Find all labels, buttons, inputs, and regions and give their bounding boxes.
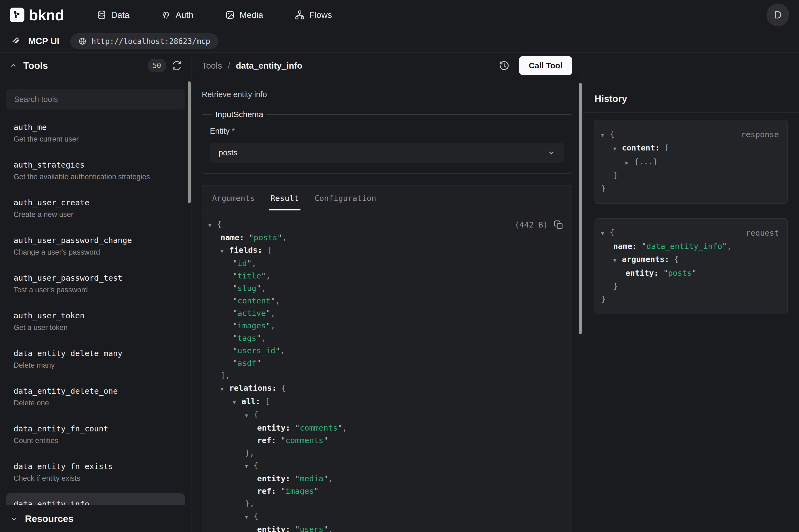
json-line: ▼relations: { [202, 382, 564, 395]
tool-description: Get the current user [14, 135, 177, 144]
nav-label: Auth [175, 10, 193, 20]
entity-select-value: posts [218, 148, 237, 157]
breadcrumb-separator: / [228, 61, 230, 71]
tool-list-item[interactable]: auth_user_password_testTest a user's pas… [6, 267, 185, 301]
mcp-url: http://localhost:28623/mcp [91, 37, 210, 46]
json-line: "images", [202, 319, 564, 332]
json-line: ▼arguments: { [595, 253, 779, 267]
tool-name: data_entity_delete_one [14, 386, 177, 396]
collapse-icon[interactable]: ▼ [233, 396, 241, 408]
search-input[interactable] [6, 89, 185, 110]
json-line: entity: "users", [202, 523, 564, 532]
tool-name: auth_user_create [14, 198, 177, 207]
nav-label: Media [240, 10, 263, 20]
primary-nav: Data Auth Media [97, 10, 332, 20]
json-line: ▼all: [ [202, 395, 564, 408]
nav-item-auth[interactable]: Auth [161, 10, 193, 20]
tool-description: Delete one [14, 399, 177, 407]
tool-description: Retrieve entity info [202, 90, 572, 99]
entity-select[interactable]: posts [210, 142, 564, 163]
history-icon[interactable] [498, 60, 510, 71]
tool-name: data_entity_fn_exists [14, 462, 177, 471]
collapse-icon[interactable]: ▼ [245, 511, 253, 523]
breadcrumb-section[interactable]: Tools [202, 61, 222, 71]
tool-name: auth_strategies [14, 160, 177, 169]
workflow-icon [295, 10, 304, 20]
nav-label: Data [111, 10, 130, 20]
history-entry-response[interactable]: response▼{▼content: [▶{...}]} [594, 120, 787, 204]
history-entry-tag: request [746, 226, 779, 240]
nav-item-media[interactable]: Media [225, 10, 263, 20]
tab-result[interactable]: Result [269, 186, 301, 210]
nav-item-data[interactable]: Data [97, 10, 130, 20]
json-line: ▼{ [202, 459, 564, 472]
call-tool-button[interactable]: Call Tool [519, 56, 572, 75]
json-line: ▼fields: [ [202, 244, 564, 257]
collapse-icon[interactable]: ▼ [245, 409, 253, 422]
tab-configuration[interactable]: Configuration [313, 186, 378, 210]
tool-list-item[interactable]: auth_user_password_changeChange a user's… [6, 229, 185, 263]
json-line: "slug", [202, 282, 564, 294]
bknd-logo-icon[interactable] [10, 7, 24, 22]
tool-list-item[interactable]: data_entity_fn_existsCheck if entity exi… [6, 455, 185, 489]
collapse-icon[interactable]: ▼ [613, 253, 622, 267]
collapse-icon[interactable]: ▼ [221, 383, 229, 395]
required-mark: * [232, 127, 235, 135]
tool-name: auth_user_token [14, 311, 177, 320]
tool-list-item[interactable]: auth_strategiesGet the available authent… [6, 154, 185, 188]
resources-section-title: Resources [25, 513, 74, 524]
tool-name: data_entity_fn_count [14, 424, 177, 433]
collapse-icon[interactable]: ▼ [613, 142, 622, 155]
tab-arguments[interactable]: Arguments [210, 186, 256, 210]
tool-list-item[interactable]: data_entity_infoRetrieve entity info [6, 493, 185, 505]
tool-description: Get the available authentication strateg… [14, 173, 177, 181]
nav-item-flows[interactable]: Flows [295, 10, 332, 20]
collapse-icon[interactable]: ▼ [601, 227, 610, 240]
tool-list-item[interactable]: auth_meGet the current user [6, 116, 185, 150]
resources-section-header[interactable]: Resources [0, 505, 191, 532]
copy-icon[interactable] [553, 220, 564, 230]
tool-list-item[interactable]: auth_user_createCreate a new user [6, 191, 185, 225]
tool-name: auth_me [14, 122, 177, 132]
breadcrumb: Tools / data_entity_info [202, 61, 302, 71]
collapse-icon[interactable]: ▼ [208, 219, 217, 231]
tool-name: auth_user_password_change [14, 235, 177, 245]
json-line: "content", [202, 294, 564, 307]
entity-field-label: Entity* [210, 127, 564, 136]
tool-description: Delete many [14, 361, 177, 369]
tool-description: Count entities [14, 437, 177, 445]
breadcrumb-current: data_entity_info [236, 61, 302, 71]
expand-icon[interactable]: ▶ [625, 156, 634, 169]
json-line: }, [202, 446, 564, 459]
collapse-icon[interactable]: ▼ [601, 128, 610, 141]
collapse-icon[interactable]: ▼ [221, 245, 229, 257]
chevron-down-icon [547, 149, 555, 157]
collapse-icon[interactable]: ▼ [245, 460, 253, 472]
json-line: ▼{ [202, 218, 564, 231]
refresh-icon[interactable] [172, 61, 182, 71]
result-json-viewer: (442 B) ▼{name: "posts",▼fields: ["id","… [202, 210, 572, 532]
mcp-url-pill[interactable]: http://localhost:28623/mcp [70, 33, 218, 49]
brand-name: bknd [29, 6, 64, 24]
sidebar-scrollbar[interactable] [188, 81, 191, 203]
history-entry-request[interactable]: request▼{name: "data_entity_info",▼argum… [594, 218, 787, 314]
tool-detail-scroll: Retrieve entity info InputSchema Entity*… [191, 79, 583, 532]
tool-list-item[interactable]: data_entity_fn_countCount entities [6, 418, 185, 452]
main-scrollbar[interactable] [579, 83, 582, 334]
user-avatar[interactable]: D [766, 3, 789, 26]
json-line: ] [595, 169, 779, 182]
json-line: } [595, 182, 779, 195]
tool-list-item[interactable]: data_entity_delete_manyDelete many [6, 342, 185, 376]
page-title: MCP UI [28, 36, 59, 46]
tool-list-item[interactable]: auth_user_tokenGet a user token [6, 304, 185, 338]
json-line: } [595, 292, 779, 306]
fingerprint-icon [161, 10, 171, 20]
image-icon [225, 10, 234, 20]
tool-description: Test a user's password [14, 286, 177, 294]
json-line: ref: "images" [202, 485, 564, 497]
tool-list-item[interactable]: data_entity_delete_oneDelete one [6, 380, 185, 414]
json-line: "title", [202, 269, 564, 282]
tools-section-header[interactable]: Tools 50 [0, 53, 191, 79]
json-line: ▶{...} [595, 155, 779, 169]
result-card: ArgumentsResultConfiguration (442 B) ▼{n… [202, 185, 572, 532]
